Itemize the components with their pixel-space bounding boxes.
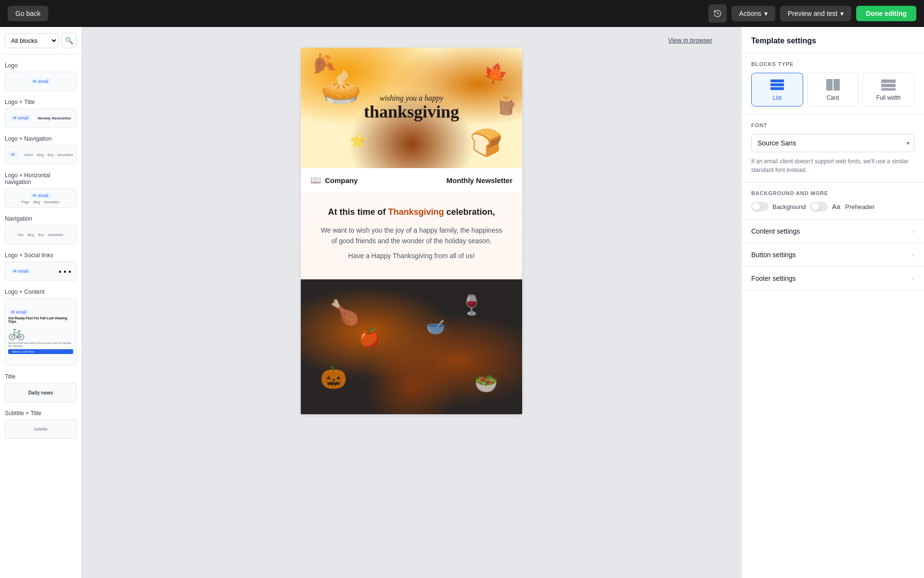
main-layout: All blocks Headers Content Footer 🔍 Logo… [0,27,924,578]
blocks-type-section: BLOCKS TYPE List [742,53,924,115]
sidebar-item-title[interactable]: Title Daily news [0,369,81,406]
footer-settings-title: Footer settings [751,275,796,282]
footer-settings-section: Footer settings › [742,267,924,290]
block-type-fullwidth-button[interactable]: Full width [862,73,914,106]
filter-search-button[interactable]: 🔍 [61,33,77,48]
block-preview-logo-title: ✉ email Weekly Newsletter [5,108,77,128]
block-label-logo-horiz-nav: Logo + Horizontal navigation [5,172,77,185]
preview-social-email: ✉ email [10,268,31,275]
bowl-icon: 🥣 [426,318,445,336]
block-preview-logo-nav: ✉ HomeBlogBuyNewsletter [5,145,77,164]
button-settings-header[interactable]: Button settings › [742,243,924,266]
list-type-icon [770,78,785,92]
font-select-wrapper: Source Sans Arial Georgia ▾ [751,134,914,152]
sidebar-filter: All blocks Headers Content Footer 🔍 [0,27,81,54]
block-preview-logo: ✉ email [5,72,77,91]
footer-settings-chevron-icon: › [912,275,914,282]
block-preview-logo-content: ✉ email Get Ready Fast For Fall Leaf Vie… [5,298,77,366]
block-label-navigation: Navigation [5,215,77,222]
preview-logo-nav-email: ✉ [8,151,18,158]
thanksgiving-title: thanksgiving [364,103,459,122]
email-body-text-2: Have a Happy Thanksgiving from all of us… [320,250,503,261]
footer-settings-header[interactable]: Footer settings › [742,267,924,290]
topbar: Go back Actions ▾ Preview and test ▾ Don… [0,0,924,27]
block-preview-logo-horiz-nav: ✉ email PageBlogNewsletter [5,188,77,208]
actions-label: Actions [739,10,761,17]
sidebar-item-navigation[interactable]: Navigation NavBlogBuyNewsletter [0,211,81,248]
button-settings-section: Button settings › [742,243,924,267]
preview-horiz-email: ✉ email [30,192,51,199]
sidebar-item-logo-horiz-nav[interactable]: Logo + Horizontal navigation ✉ email Pag… [0,168,81,211]
preview-subtitle-text: subtitle [34,427,48,432]
go-back-button[interactable]: Go back [8,6,48,21]
done-editing-button[interactable]: Done editing [856,6,916,21]
thanksgiving-text-block: wishing you a happy thanksgiving [364,94,459,122]
font-label: FONT [751,122,914,128]
preview-bike-icon: 🚲 [8,326,73,340]
svg-rect-6 [881,84,896,87]
history-button[interactable] [708,4,727,23]
pie-icon: 🥧 [320,67,362,106]
svg-rect-3 [826,79,833,91]
svg-rect-2 [770,87,784,90]
block-type-list-button[interactable]: List [751,73,803,106]
topbar-left: Go back [8,6,703,21]
blocks-type-label: BLOCKS TYPE [751,61,914,67]
card-type-icon [825,78,841,92]
company-logo: 📖 Company [310,175,358,185]
sidebar-item-logo-nav[interactable]: Logo + Navigation ✉ HomeBlogBuyNewslette… [0,131,81,168]
font-select[interactable]: Source Sans Arial Georgia [751,134,914,152]
content-settings-section: Content settings › [742,220,924,243]
background-toggle-label: Background [772,203,806,210]
button-settings-chevron-icon: › [912,251,914,258]
block-type-fullwidth-label: Full width [876,94,901,101]
preview-logo-email: ✉ email [10,115,31,121]
sidebar-item-subtitle-title[interactable]: Subtitle + Title subtitle [0,406,81,443]
block-label-logo-title: Logo + Title [5,99,77,105]
preheader-toggle[interactable] [810,202,828,211]
block-label-logo-nav: Logo + Navigation [5,135,77,142]
history-icon [713,9,722,18]
preview-nav-only: NavBlogBuyNewsletter [18,233,64,236]
canvas-area: View in browser 🍂 🍁 🥧 🍞 🪵 ⭐ wishing you … [82,27,741,578]
spice-icon: ⭐ [349,132,367,149]
tagline-highlight-word: Thanksgiving [388,207,444,217]
background-label: BACKGROUND AND MORE [751,190,914,196]
font-note: If an email client doesn't support web f… [751,157,914,174]
block-type-card-label: Card [827,94,839,101]
background-toggles: Background Aa Preheader [751,202,914,211]
preview-content-email: ✉ email [8,309,29,315]
block-label-logo: Logo [5,62,77,69]
preview-chevron-icon: ▾ [840,10,844,17]
food-icon-1: 🍗 [330,299,359,327]
sidebar-item-logo-content[interactable]: Logo + Content ✉ email Get Ready Fast Fo… [0,285,81,369]
content-settings-header[interactable]: Content settings › [742,220,924,243]
sidebar-block-list: Logo ✉ email Logo + Title ✉ email Weekly… [0,54,81,578]
sidebar-item-logo-social[interactable]: Logo + Social links ✉ email ● ● ● [0,248,81,285]
block-preview-logo-social: ✉ email ● ● ● [5,262,77,281]
topbar-right: Actions ▾ Preview and test ▾ Done editin… [708,4,916,23]
preview-button[interactable]: Preview and test ▾ [780,6,852,21]
block-label-title: Title [5,373,77,380]
background-toggle-item[interactable]: Background [751,202,806,211]
background-section: BACKGROUND AND MORE Background Aa Prehea… [742,183,924,220]
svg-rect-7 [881,88,896,91]
preheader-toggle-label: Preheader [845,203,874,210]
sidebar-item-logo[interactable]: Logo ✉ email [0,58,81,95]
bread-icon: 🍞 [470,127,503,158]
block-type-card-button[interactable]: Card [807,73,859,106]
preview-content-inner: ✉ email Get Ready Fast For Fall Leaf Vie… [5,307,76,357]
sidebar-item-logo-title[interactable]: Logo + Title ✉ email Weekly Newsletter [0,95,81,131]
background-toggle[interactable] [751,202,769,211]
blocks-type-grid: List Card [751,73,914,106]
preheader-toggle-item[interactable]: Aa Preheader [810,202,874,211]
book-icon: 📖 [310,175,321,185]
tagline-suffix: celebration, [447,207,495,217]
view-in-browser-link[interactable]: View in browser [668,37,712,44]
content-settings-chevron-icon: › [912,228,914,235]
block-preview-title: Daily news [5,383,77,402]
button-settings-title: Button settings [751,251,796,259]
actions-button[interactable]: Actions ▾ [732,6,775,21]
block-filter-select[interactable]: All blocks Headers Content Footer [5,33,58,48]
preview-horiz-nav: PageBlogNewsletter [22,200,60,204]
